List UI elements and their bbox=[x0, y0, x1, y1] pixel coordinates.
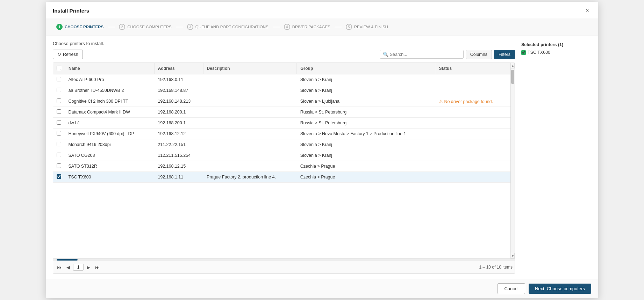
instruction-text: Choose printers to install. bbox=[53, 41, 515, 46]
row-checkbox[interactable] bbox=[57, 77, 61, 81]
row-description bbox=[203, 150, 297, 161]
table-row: SATO CG208 112.211.515.254 Slovenia > Kr… bbox=[53, 150, 510, 161]
step-circle-4: 4 bbox=[284, 24, 290, 30]
row-address: 192.168.0.11 bbox=[154, 74, 203, 85]
col-address: Address bbox=[154, 63, 203, 74]
step-queue-port[interactable]: 3 QUEUE AND PORT CONFIGURATIONS bbox=[184, 22, 272, 31]
row-checkbox[interactable] bbox=[57, 174, 61, 179]
row-checkbox[interactable] bbox=[57, 88, 61, 92]
row-description bbox=[203, 85, 297, 96]
row-name: dw b1 bbox=[65, 118, 155, 129]
col-status: Status bbox=[435, 63, 510, 74]
selected-items-list: TSC TX600 bbox=[521, 50, 591, 55]
row-description bbox=[203, 161, 297, 172]
prev-page-button[interactable]: ◀ bbox=[65, 264, 72, 271]
row-checkbox-cell bbox=[53, 85, 65, 96]
select-all-checkbox[interactable] bbox=[57, 66, 61, 70]
scroll-handle[interactable] bbox=[511, 70, 514, 84]
row-group: Slovenia > Novo Mesto > Factory 1 > Prod… bbox=[297, 129, 435, 139]
step-sep-2 bbox=[176, 27, 183, 27]
row-checkbox[interactable] bbox=[57, 163, 61, 168]
row-description bbox=[203, 107, 297, 118]
step-choose-computers[interactable]: 2 CHOOSE COMPUTERS bbox=[115, 22, 175, 31]
row-description bbox=[203, 139, 297, 150]
refresh-label: Refresh bbox=[63, 52, 78, 57]
row-name: aa Brother TD-4550DNWB 2 bbox=[65, 85, 155, 96]
next-page-button[interactable]: ▶ bbox=[85, 264, 92, 271]
table-header: Name Address Description Group Status bbox=[53, 63, 510, 74]
step-circle-5: 5 bbox=[346, 24, 352, 30]
close-button[interactable]: × bbox=[583, 7, 591, 14]
row-checkbox-cell bbox=[53, 118, 65, 129]
cancel-button[interactable]: Cancel bbox=[498, 283, 525, 294]
page-controls: ⏮ ◀ ▶ ⏭ bbox=[55, 264, 101, 271]
vertical-scrollbar[interactable]: ▲ ▼ bbox=[510, 63, 515, 258]
first-page-button[interactable]: ⏮ bbox=[55, 264, 63, 271]
row-group: Slovenia > Kranj bbox=[297, 139, 435, 150]
row-status bbox=[435, 139, 510, 150]
row-name: Datamax Compact4 Mark II DW bbox=[65, 107, 155, 118]
step-circle-3: 3 bbox=[187, 24, 193, 30]
search-wrap: 🔍 bbox=[380, 50, 464, 59]
row-status bbox=[435, 129, 510, 139]
row-checkbox[interactable] bbox=[57, 142, 61, 146]
row-checkbox[interactable] bbox=[57, 98, 61, 103]
step-choose-printers[interactable]: 1 CHOOSE PRINTERS bbox=[53, 22, 107, 31]
row-checkbox-cell bbox=[53, 150, 65, 161]
step-label-3: QUEUE AND PORT CONFIGURATIONS bbox=[195, 25, 269, 29]
row-status bbox=[435, 150, 510, 161]
row-group: Slovenia > Ljubljana bbox=[297, 96, 435, 107]
items-count: 1 – 10 of 10 items bbox=[479, 265, 513, 270]
row-checkbox-cell bbox=[53, 74, 65, 85]
row-checkbox[interactable] bbox=[57, 131, 61, 136]
scroll-down-button[interactable]: ▼ bbox=[511, 253, 515, 258]
col-description: Description bbox=[203, 63, 297, 74]
table-row: aa Brother TD-4550DNWB 2 192.168.148.87 … bbox=[53, 85, 510, 96]
row-group: Russia > St. Petersburg bbox=[297, 107, 435, 118]
row-group: Slovenia > Kranj bbox=[297, 150, 435, 161]
search-icon: 🔍 bbox=[383, 52, 388, 57]
row-checkbox[interactable] bbox=[57, 153, 61, 157]
row-address: 192.168.12.12 bbox=[154, 129, 203, 139]
row-group: Russia > St. Petersburg bbox=[297, 118, 435, 129]
row-checkbox[interactable] bbox=[57, 120, 61, 125]
filters-button[interactable]: Filters bbox=[494, 50, 515, 59]
header-checkbox-cell bbox=[53, 63, 65, 74]
row-status bbox=[435, 172, 510, 183]
row-name: Honeywell PX940V (600 dpi) - DP bbox=[65, 129, 155, 139]
selected-item-checkbox[interactable] bbox=[521, 50, 526, 55]
row-checkbox-cell bbox=[53, 172, 65, 183]
row-description bbox=[203, 129, 297, 139]
last-page-button[interactable]: ⏭ bbox=[93, 264, 101, 271]
search-input[interactable] bbox=[390, 52, 460, 57]
page-number-input[interactable] bbox=[73, 264, 84, 271]
step-circle-1: 1 bbox=[56, 24, 63, 30]
table-row: SATO ST312R 192.168.12.15 Czechia > Prag… bbox=[53, 161, 510, 172]
columns-button[interactable]: Columns bbox=[466, 50, 492, 59]
row-status bbox=[435, 107, 510, 118]
step-label-4: DRIVER PACKAGES bbox=[292, 25, 330, 29]
table-row: dw b1 192.168.200.1 Russia > St. Petersb… bbox=[53, 118, 510, 129]
step-circle-2: 2 bbox=[119, 24, 125, 30]
search-area: 🔍 Columns Filters bbox=[380, 50, 515, 59]
row-checkbox[interactable] bbox=[57, 109, 61, 114]
row-checkbox-cell bbox=[53, 96, 65, 107]
step-driver-packages[interactable]: 4 DRIVER PACKAGES bbox=[280, 22, 334, 31]
step-label-2: CHOOSE COMPUTERS bbox=[127, 25, 172, 29]
step-review-finish[interactable]: 5 REVIEW & FINISH bbox=[342, 22, 392, 31]
table-row: TSC TX600 192.168.1.11 Prague Factory 2,… bbox=[53, 172, 510, 183]
row-description: Prague Factory 2, production line 4. bbox=[203, 172, 297, 183]
row-address: 211.22.22.151 bbox=[154, 139, 203, 150]
row-name: SATO CG208 bbox=[65, 150, 155, 161]
scroll-up-button[interactable]: ▲ bbox=[511, 63, 515, 68]
table-row: Altec ATP-600 Pro 192.168.0.11 Slovenia … bbox=[53, 74, 510, 85]
refresh-button[interactable]: ↻ Refresh bbox=[53, 50, 83, 59]
next-button[interactable]: Next: Choose computers bbox=[529, 284, 591, 294]
wizard-steps: 1 CHOOSE PRINTERS 2 CHOOSE COMPUTERS 3 Q… bbox=[46, 18, 598, 36]
printers-table-wrap: Name Address Description Group Status Al… bbox=[53, 63, 515, 274]
toolbar: ↻ Refresh 🔍 Columns Filters bbox=[53, 50, 515, 59]
row-description bbox=[203, 74, 297, 85]
row-group: Czechia > Prague bbox=[297, 161, 435, 172]
row-checkbox-cell bbox=[53, 129, 65, 139]
main-content: Choose printers to install. ↻ Refresh 🔍 … bbox=[53, 41, 515, 274]
